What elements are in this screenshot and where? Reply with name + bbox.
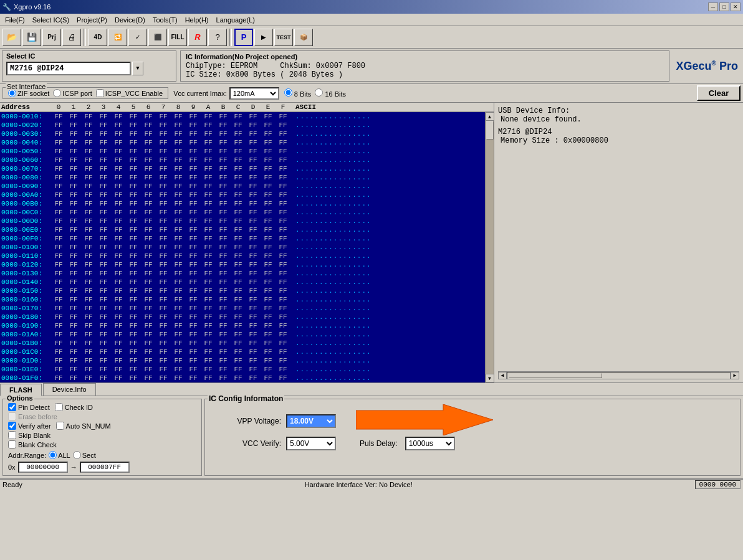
pin-detect-checkbox[interactable] (8, 403, 16, 411)
hex-data-cell[interactable]: FF (231, 339, 246, 347)
check-id-group[interactable]: Check ID (55, 403, 93, 411)
hex-data-cell[interactable]: FF (51, 174, 66, 181)
hex-data-cell[interactable]: FF (51, 366, 66, 373)
table-row[interactable]: 0000-0180:FFFFFFFFFFFFFFFFFFFFFFFFFFFFFF… (0, 313, 485, 321)
hex-data-cell[interactable]: FF (186, 261, 201, 268)
hex-data-cell[interactable]: FF (51, 331, 66, 338)
hex-data-cell[interactable]: FF (156, 261, 171, 268)
hex-data-cell[interactable]: FF (96, 191, 111, 199)
hex-data-cell[interactable]: FF (246, 287, 261, 295)
hex-data-cell[interactable]: FF (246, 226, 261, 234)
hex-data-cell[interactable]: FF (141, 357, 156, 364)
hex-data-cell[interactable]: FF (96, 287, 111, 295)
table-row[interactable]: 0000-01A0:FFFFFFFFFFFFFFFFFFFFFFFFFFFFFF… (0, 330, 485, 339)
auto-sn-group[interactable]: Auto SN_NUM (56, 422, 111, 430)
hex-data-cell[interactable]: FF (246, 296, 261, 303)
hex-data-cell[interactable]: FF (216, 139, 231, 146)
table-row[interactable]: 0000-00B0:FFFFFFFFFFFFFFFFFFFFFFFFFFFFFF… (0, 199, 485, 208)
hex-data-cell[interactable]: FF (186, 313, 201, 321)
hex-data-cell[interactable]: FF (201, 357, 216, 364)
hex-data-cell[interactable]: FF (186, 374, 201, 382)
hex-data-cell[interactable]: FF (66, 348, 81, 356)
hex-data-cell[interactable]: FF (231, 305, 246, 312)
hex-data-cell[interactable]: FF (201, 130, 216, 138)
ic-dropdown-arrow[interactable]: ▼ (132, 62, 143, 75)
hex-data-cell[interactable]: FF (201, 174, 216, 181)
hex-data-cell[interactable]: FF (216, 348, 231, 356)
hex-data-cell[interactable]: FF (186, 348, 201, 356)
toolbar-verify-btn[interactable]: ✓ (128, 29, 147, 46)
hex-data-cell[interactable]: FF (141, 331, 156, 338)
table-row[interactable]: 0000-00D0:FFFFFFFFFFFFFFFFFFFFFFFFFFFFFF… (0, 217, 485, 225)
hex-data-cell[interactable]: FF (216, 305, 231, 312)
hex-data-cell[interactable]: FF (261, 244, 276, 251)
table-row[interactable]: 0000-00F0:FFFFFFFFFFFFFFFFFFFFFFFFFFFFFF… (0, 234, 485, 243)
hex-data-cell[interactable]: FF (231, 121, 246, 129)
hex-data-cell[interactable]: FF (51, 305, 66, 312)
hex-data-cell[interactable]: FF (216, 252, 231, 260)
hex-data-cell[interactable]: FF (96, 296, 111, 303)
icsp-vcc-radio-group[interactable]: ICSP_VCC Enable (96, 89, 163, 97)
table-row[interactable]: 0000-00C0:FFFFFFFFFFFFFFFFFFFFFFFFFFFFFF… (0, 208, 485, 217)
hex-data-cell[interactable]: FF (231, 183, 246, 190)
hex-data-cell[interactable]: FF (261, 226, 276, 234)
hex-data-cell[interactable]: FF (246, 270, 261, 277)
hex-data-cell[interactable]: FF (81, 130, 96, 138)
hex-data-cell[interactable]: FF (81, 261, 96, 268)
toolbar-fill-btn[interactable]: FILL (168, 29, 187, 46)
hex-data-cell[interactable]: FF (261, 174, 276, 181)
hex-data-cell[interactable]: FF (96, 130, 111, 138)
hex-data-cell[interactable]: FF (51, 235, 66, 242)
hex-data-cell[interactable]: FF (156, 113, 171, 120)
table-row[interactable]: 0000-00A0:FFFFFFFFFFFFFFFFFFFFFFFFFFFFFF… (0, 191, 485, 199)
hex-data-cell[interactable]: FF (171, 270, 186, 277)
hex-data-cell[interactable]: FF (51, 156, 66, 164)
table-row[interactable]: 0000-01B0:FFFFFFFFFFFFFFFFFFFFFFFFFFFFFF… (0, 339, 485, 348)
hex-data-cell[interactable]: FF (276, 183, 290, 190)
hex-data-cell[interactable]: FF (156, 130, 171, 138)
hex-data-cell[interactable]: FF (156, 235, 171, 242)
hex-data-cell[interactable]: FF (141, 278, 156, 286)
hex-data-cell[interactable]: FF (51, 339, 66, 347)
hex-data-cell[interactable]: FF (261, 217, 276, 225)
hex-data-cell[interactable]: FF (261, 339, 276, 347)
hex-data-cell[interactable]: FF (246, 313, 261, 321)
hex-data-cell[interactable]: FF (246, 278, 261, 286)
hex-data-cell[interactable]: FF (156, 191, 171, 199)
hex-data-cell[interactable]: FF (126, 156, 141, 164)
hex-data-cell[interactable]: FF (126, 165, 141, 173)
hex-data-cell[interactable]: FF (246, 261, 261, 268)
hex-data-cell[interactable]: FF (81, 357, 96, 364)
hex-data-cell[interactable]: FF (111, 244, 126, 251)
hex-data-cell[interactable]: FF (186, 226, 201, 234)
hex-data-cell[interactable]: FF (81, 156, 96, 164)
hex-data-cell[interactable]: FF (201, 287, 216, 295)
hex-data-cell[interactable]: FF (156, 217, 171, 225)
hex-data-cell[interactable]: FF (231, 244, 246, 251)
hex-data-cell[interactable]: FF (96, 331, 111, 338)
hex-data-cell[interactable]: FF (126, 217, 141, 225)
hex-data-cell[interactable]: FF (201, 261, 216, 268)
maximize-button[interactable]: □ (719, 2, 729, 11)
hex-data-cell[interactable]: FF (111, 261, 126, 268)
hex-data-cell[interactable]: FF (111, 348, 126, 356)
hex-data-cell[interactable]: FF (171, 148, 186, 155)
hex-data-cell[interactable]: FF (171, 252, 186, 260)
hex-data-cell[interactable]: FF (171, 357, 186, 364)
hex-data-cell[interactable]: FF (96, 339, 111, 347)
hex-data-cell[interactable]: FF (246, 322, 261, 330)
toolbar-open-btn[interactable]: 📂 (2, 29, 21, 46)
auto-sn-checkbox[interactable] (56, 422, 64, 430)
hex-data-cell[interactable]: FF (246, 113, 261, 120)
hex-data-cell[interactable]: FF (171, 296, 186, 303)
hex-data-cell[interactable]: FF (201, 156, 216, 164)
hex-data-cell[interactable]: FF (186, 235, 201, 242)
hex-data-cell[interactable]: FF (66, 252, 81, 260)
hex-data-cell[interactable]: FF (276, 322, 290, 330)
blank-check-checkbox[interactable] (8, 440, 16, 448)
verify-after-group[interactable]: Verify after (8, 422, 51, 430)
hex-data-cell[interactable]: FF (231, 296, 246, 303)
hex-data-cell[interactable]: FF (51, 148, 66, 155)
hex-data-cell[interactable]: FF (141, 183, 156, 190)
hex-data-cell[interactable]: FF (201, 374, 216, 382)
